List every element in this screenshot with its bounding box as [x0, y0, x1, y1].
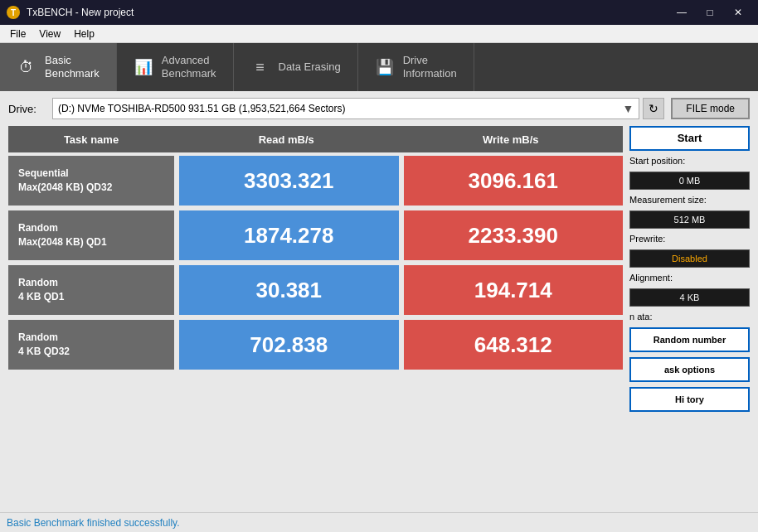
drive-refresh-button[interactable]: ↻ — [643, 98, 664, 119]
data-erasing-icon: ≡ — [250, 57, 270, 77]
prewrite-label: Prewrite: — [629, 234, 750, 244]
tab-data-erasing[interactable]: ≡ Data Erasing — [234, 43, 358, 91]
main-content: Drive: (D:) NVMe TOSHIBA-RD500 931.51 GB… — [0, 91, 758, 512]
random-number-button[interactable]: Random number — [629, 327, 750, 352]
tab-bar: ⏱ Basic Benchmark 📊 Advanced Benchmark ≡… — [0, 43, 758, 91]
table-header: Task name Read mB/s Write mB/s — [8, 126, 623, 152]
drive-label: Drive: — [8, 103, 46, 115]
read-sequential: 3303.321 — [179, 156, 399, 206]
right-panel: Start Start position: 0 MB Measurement s… — [629, 126, 750, 412]
drive-information-icon: 💾 — [375, 57, 395, 77]
file-mode-button[interactable]: FILE mode — [671, 98, 750, 119]
task-random-2048-qd1: RandomMax(2048 KB) QD1 — [8, 210, 174, 260]
advanced-benchmark-icon: 📊 — [134, 57, 153, 77]
menu-view[interactable]: View — [32, 27, 67, 41]
write-sequential: 3096.161 — [404, 156, 624, 206]
status-bar: Basic Benchmark finished successfully. — [0, 512, 758, 532]
tab-advanced-benchmark[interactable]: 📊 Advanced Benchmark — [117, 43, 234, 91]
data-label: n ata: — [629, 312, 750, 322]
benchmark-area: Task name Read mB/s Write mB/s Sequentia… — [8, 126, 750, 412]
basic-benchmark-icon: ⏱ — [17, 57, 36, 77]
drive-row: Drive: (D:) NVMe TOSHIBA-RD500 931.51 GB… — [8, 98, 750, 119]
task-random-4k-qd32: Random4 KB QD32 — [8, 320, 174, 370]
tab-drive-label-line2: Information — [403, 67, 457, 80]
table-row: SequentialMax(2048 KB) QD32 3303.321 309… — [8, 156, 623, 206]
tab-advanced-label-line2: Benchmark — [162, 67, 216, 80]
minimize-button[interactable]: — — [668, 3, 695, 22]
history-button[interactable]: Hi tory — [629, 387, 750, 412]
task-options-button[interactable]: ask options — [629, 357, 750, 382]
tab-basic-label-line1: Basic — [45, 54, 100, 67]
read-random-4k-qd1: 30.381 — [179, 265, 399, 315]
task-sequential: SequentialMax(2048 KB) QD32 — [8, 156, 174, 206]
start-position-value: 0 MB — [629, 172, 750, 190]
menu-bar: File View Help — [0, 25, 758, 43]
header-write: Write mB/s — [399, 133, 624, 146]
task-random-4k-qd1: Random4 KB QD1 — [8, 265, 174, 315]
header-task: Task name — [8, 133, 174, 146]
tab-basic-label-line2: Benchmark — [45, 67, 100, 80]
window-title: TxBENCH - New project — [27, 7, 134, 18]
tab-erasing-label-line1: Data Erasing — [279, 60, 341, 74]
write-random-4k-qd1: 194.714 — [404, 265, 624, 315]
close-button[interactable]: ✕ — [725, 3, 751, 22]
tab-basic-benchmark[interactable]: ⏱ Basic Benchmark — [0, 43, 117, 91]
table-row: Random4 KB QD32 702.838 648.312 — [8, 320, 623, 370]
read-random-2048-qd1: 1874.278 — [179, 210, 399, 260]
tab-drive-label-line1: Drive — [403, 54, 457, 67]
maximize-button[interactable]: □ — [697, 3, 723, 22]
write-random-2048-qd1: 2233.390 — [404, 210, 624, 260]
alignment-value: 4 KB — [629, 288, 750, 307]
drive-value: (D:) NVMe TOSHIBA-RD500 931.51 GB (1,953… — [58, 103, 345, 114]
start-position-label: Start position: — [629, 156, 750, 166]
title-bar: T TxBENCH - New project — □ ✕ — [0, 0, 758, 25]
tab-advanced-label-line1: Advanced — [162, 54, 216, 67]
chevron-down-icon: ▼ — [622, 102, 634, 115]
measurement-size-label: Measurement size: — [629, 195, 750, 205]
benchmark-table: Task name Read mB/s Write mB/s Sequentia… — [8, 126, 623, 412]
refresh-icon: ↻ — [649, 102, 658, 115]
table-row: Random4 KB QD1 30.381 194.714 — [8, 265, 623, 315]
measurement-size-value: 512 MB — [629, 210, 750, 229]
menu-help[interactable]: Help — [67, 27, 101, 41]
start-button[interactable]: Start — [629, 126, 750, 151]
menu-file[interactable]: File — [3, 27, 32, 41]
write-random-4k-qd32: 648.312 — [404, 320, 624, 370]
header-read: Read mB/s — [174, 133, 399, 146]
table-row: RandomMax(2048 KB) QD1 1874.278 2233.390 — [8, 210, 623, 260]
alignment-label: Alignment: — [629, 273, 750, 283]
drive-select[interactable]: (D:) NVMe TOSHIBA-RD500 931.51 GB (1,953… — [52, 98, 639, 119]
status-message: Basic Benchmark finished successfully. — [7, 517, 180, 529]
app-icon: T — [7, 6, 20, 19]
read-random-4k-qd32: 702.838 — [179, 320, 399, 370]
tab-drive-information[interactable]: 💾 Drive Information — [358, 43, 474, 91]
prewrite-value: Disabled — [629, 249, 750, 268]
